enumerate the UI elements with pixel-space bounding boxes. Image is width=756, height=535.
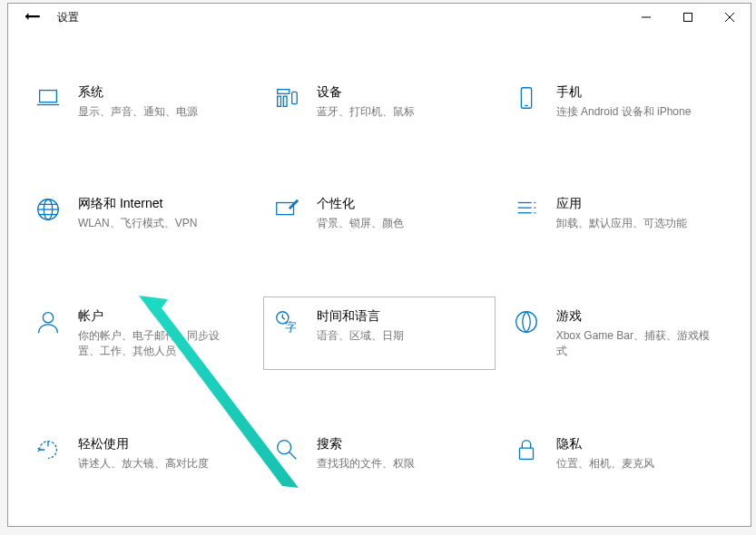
time-language-icon: 字 — [271, 306, 302, 337]
tile-privacy[interactable]: 隐私 位置、相机、麦克风 — [503, 424, 734, 482]
svg-point-24 — [43, 312, 53, 322]
tile-title: 游戏 — [556, 308, 711, 325]
tile-devices[interactable]: 设备 蓝牙、打印机、鼠标 — [263, 73, 495, 130]
person-icon — [33, 306, 64, 337]
svg-rect-6 — [278, 90, 290, 94]
settings-grid: 系统 显示、声音、通知、电源 设备 蓝牙、打印机、鼠标 手机 连接 Androi… — [8, 31, 751, 535]
window-title: 设置 — [57, 10, 79, 25]
gaming-icon — [511, 306, 542, 337]
tile-subtitle: Xbox Game Bar、捕获、游戏模式 — [556, 328, 711, 360]
close-button[interactable] — [709, 4, 751, 31]
settings-window: 🠔 设置 系统 显示、声音、通知、电源 — [7, 3, 751, 527]
svg-rect-30 — [519, 448, 533, 459]
globe-icon — [33, 194, 64, 225]
tile-gaming[interactable]: 游戏 Xbox Game Bar、捕获、游戏模式 — [503, 297, 734, 370]
tile-title: 手机 — [556, 84, 692, 101]
apps-icon — [511, 194, 542, 225]
svg-rect-4 — [40, 91, 57, 102]
svg-rect-9 — [292, 92, 298, 103]
titlebar: 🠔 设置 — [8, 4, 751, 31]
tile-subtitle: 背景、锁屏、颜色 — [317, 216, 404, 231]
back-button[interactable]: 🠔 — [25, 9, 41, 25]
tile-body: 隐私 位置、相机、麦克风 — [556, 434, 654, 472]
tile-title: 时间和语言 — [317, 308, 404, 325]
titlebar-left: 🠔 设置 — [8, 9, 79, 25]
phone-icon — [511, 83, 542, 113]
svg-rect-8 — [284, 96, 288, 106]
svg-text:字: 字 — [285, 320, 297, 334]
window-controls — [625, 4, 751, 31]
tile-title: 搜索 — [317, 436, 415, 452]
tile-system[interactable]: 系统 显示、声音、通知、电源 — [25, 73, 256, 130]
tile-subtitle: 语音、区域、日期 — [317, 328, 404, 344]
minimize-button[interactable] — [625, 4, 667, 31]
tile-subtitle: 讲述人、放大镜、高对比度 — [78, 456, 209, 472]
svg-point-27 — [515, 312, 536, 333]
laptop-icon — [33, 83, 64, 113]
tile-body: 个性化 背景、锁屏、颜色 — [317, 194, 404, 231]
tile-body: 设备 蓝牙、打印机、鼠标 — [317, 83, 415, 120]
maximize-button[interactable] — [667, 4, 709, 31]
tile-subtitle: 卸载、默认应用、可选功能 — [556, 216, 687, 231]
tile-ease-of-access[interactable]: 轻松使用 讲述人、放大镜、高对比度 — [25, 424, 256, 482]
tile-subtitle: 显示、声音、通知、电源 — [78, 104, 198, 120]
tile-subtitle: 查找我的文件、权限 — [317, 456, 415, 472]
tile-title: 应用 — [556, 196, 687, 212]
tile-phone[interactable]: 手机 连接 Android 设备和 iPhone — [503, 73, 734, 130]
tile-title: 轻松使用 — [78, 436, 209, 452]
tile-subtitle: 连接 Android 设备和 iPhone — [556, 104, 692, 120]
tile-title: 隐私 — [556, 436, 654, 452]
tile-body: 系统 显示、声音、通知、电源 — [78, 83, 198, 120]
svg-point-28 — [278, 440, 291, 453]
tile-time-language[interactable]: 字 时间和语言 语音、区域、日期 — [263, 297, 495, 370]
svg-rect-1 — [684, 14, 692, 22]
tile-accounts[interactable]: 帐户 你的帐户、电子邮件、同步设置、工作、其他人员 — [25, 297, 256, 370]
tile-title: 系统 — [78, 84, 198, 101]
tile-subtitle: 位置、相机、麦克风 — [556, 456, 654, 472]
tile-search[interactable]: 搜索 查找我的文件、权限 — [263, 424, 495, 482]
tile-title: 帐户 — [78, 308, 232, 325]
tile-body: 帐户 你的帐户、电子邮件、同步设置、工作、其他人员 — [78, 306, 232, 360]
tile-body: 游戏 Xbox Game Bar、捕获、游戏模式 — [556, 306, 711, 360]
tile-body: 时间和语言 语音、区域、日期 — [317, 306, 404, 344]
tile-title: 网络和 Internet — [78, 196, 197, 212]
tile-personalization[interactable]: 个性化 背景、锁屏、颜色 — [263, 184, 495, 241]
svg-line-29 — [290, 452, 297, 459]
svg-rect-7 — [278, 96, 281, 106]
lock-icon — [511, 434, 542, 465]
tile-body: 网络和 Internet WLAN、飞行模式、VPN — [78, 194, 197, 231]
tile-subtitle: 蓝牙、打印机、鼠标 — [317, 104, 415, 120]
tile-title: 设备 — [317, 84, 415, 101]
tile-subtitle: WLAN、飞行模式、VPN — [78, 216, 197, 231]
tile-body: 轻松使用 讲述人、放大镜、高对比度 — [78, 434, 209, 472]
devices-icon — [271, 83, 302, 113]
tile-title: 个性化 — [317, 196, 404, 212]
tile-apps[interactable]: 应用 卸载、默认应用、可选功能 — [503, 184, 734, 241]
search-icon — [271, 434, 302, 465]
tile-network[interactable]: 网络和 Internet WLAN、飞行模式、VPN — [25, 184, 256, 241]
personalization-icon — [271, 194, 302, 225]
tile-subtitle: 你的帐户、电子邮件、同步设置、工作、其他人员 — [78, 328, 232, 360]
ease-of-access-icon — [33, 434, 64, 465]
tile-body: 搜索 查找我的文件、权限 — [317, 434, 415, 472]
tile-body: 应用 卸载、默认应用、可选功能 — [556, 194, 687, 231]
tile-body: 手机 连接 Android 设备和 iPhone — [556, 83, 692, 120]
